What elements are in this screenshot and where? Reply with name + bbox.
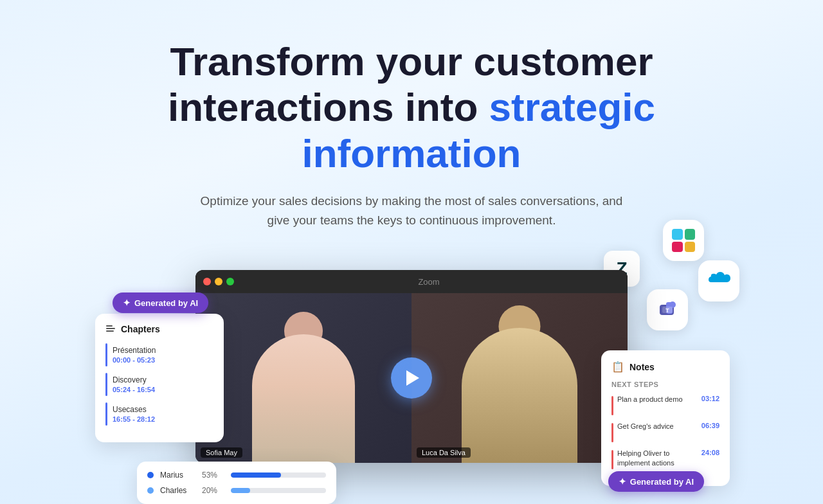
title-line1: Transform your customer: [170, 39, 653, 84]
progress-row-2: Charles 20%: [147, 486, 326, 495]
play-triangle-icon: [406, 370, 419, 386]
note-item-1: Plan a product demo 03:12: [611, 395, 719, 415]
svg-rect-6: [106, 328, 115, 329]
progress-name-1: Marius: [160, 471, 195, 480]
note-time-3: 24:08: [701, 449, 719, 456]
chapter-name-3: Usecases: [113, 405, 155, 414]
note-bar-1: [611, 396, 613, 415]
progress-bar-container-2: [231, 488, 326, 493]
chapter-time-1: 00:00 - 05:23: [113, 356, 156, 364]
progress-pct-2: 20%: [202, 486, 224, 495]
chapters-header: Chapters: [105, 324, 213, 334]
salesforce-icon: [706, 271, 732, 291]
notes-title: Notes: [629, 362, 655, 372]
titlebar-dot-green: [226, 278, 234, 285]
video-name-left: Sofia May: [201, 447, 242, 458]
chapter-time-3: 16:55 - 28:12: [113, 415, 155, 423]
titlebar-dot-red: [203, 278, 211, 285]
progress-pct-1: 53%: [202, 471, 224, 480]
note-content-3: Helping Oliver to implement actions 24:0…: [617, 449, 719, 469]
salesforce-icon-badge: [698, 260, 739, 302]
chapters-panel: Chapters Présentation 00:00 - 05:23 Disc…: [95, 314, 224, 442]
notes-header: 📋 Notes: [611, 361, 719, 373]
zoom-titlebar: Zoom: [195, 270, 628, 293]
zoom-title: Zoom: [238, 277, 620, 287]
chapter-bar-2: [105, 373, 107, 396]
titlebar-dot-yellow: [215, 278, 222, 285]
progress-name-2: Charles: [160, 486, 195, 495]
notes-panel: 📋 Notes Next steps Plan a product demo 0…: [601, 350, 730, 486]
play-button[interactable]: [391, 357, 432, 399]
hero-section: Transform your customer interactions int…: [161, 39, 662, 231]
chapter-time-2: 05:24 - 16:54: [113, 386, 155, 393]
svg-rect-5: [106, 325, 113, 327]
slack-icon: [672, 229, 695, 252]
slack-icon-badge: [663, 220, 704, 261]
chapter-item-2: Discovery 05:24 - 16:54: [105, 373, 213, 396]
chapter-item-1: Présentation 00:00 - 05:23: [105, 343, 213, 366]
progress-dot-1: [147, 472, 154, 478]
note-item-2: Get Greg's advice 06:39: [611, 422, 719, 442]
note-time-2: 06:39: [701, 422, 719, 429]
video-left: Sofia May: [195, 293, 412, 463]
chapters-icon: [105, 324, 116, 334]
svg-point-1: [669, 302, 676, 308]
ai-badge-bottom-label: Generated by AI: [630, 477, 694, 487]
teams-icon-badge: T: [647, 289, 688, 330]
chapter-name-1: Présentation: [113, 346, 156, 355]
hero-subtitle: Optimize your sales decisions by making …: [193, 192, 630, 231]
note-time-1: 03:12: [701, 395, 719, 402]
svg-rect-2: [666, 302, 673, 314]
note-text-2: Get Greg's advice: [617, 422, 674, 431]
chapter-bar-3: [105, 402, 107, 426]
chapters-title: Chapters: [121, 324, 160, 334]
next-steps-label: Next steps: [611, 381, 719, 388]
svg-rect-0: [660, 305, 674, 315]
note-bar-3: [611, 450, 613, 469]
chapter-info-3: Usecases 16:55 - 28:12: [113, 405, 155, 423]
video-right: Luca Da Silva: [412, 293, 628, 463]
note-content-2: Get Greg's advice 06:39: [617, 422, 719, 431]
chapter-info-1: Présentation 00:00 - 05:23: [113, 346, 156, 364]
zoom-window: Zoom Sofia May Luca Da Silva: [195, 270, 628, 463]
svg-rect-7: [106, 330, 114, 332]
page-wrapper: Transform your customer interactions int…: [0, 0, 823, 504]
chapter-bar-1: [105, 343, 107, 366]
chapter-item-3: Usecases 16:55 - 28:12: [105, 402, 213, 426]
sparkle-icon-top: ✦: [123, 298, 131, 308]
progress-panel: Marius 53% Charles 20%: [137, 462, 336, 504]
progress-bar-container-1: [231, 473, 326, 478]
svg-rect-3: [662, 307, 673, 313]
ai-badge-top-label: Generated by AI: [134, 298, 198, 308]
zoom-content: Sofia May Luca Da Silva: [195, 293, 628, 463]
svg-text:T: T: [665, 307, 669, 314]
ai-badge-top: ✦ Generated by AI: [113, 292, 208, 313]
hero-title: Transform your customer interactions int…: [161, 39, 662, 176]
progress-dot-2: [147, 487, 154, 494]
video-name-right: Luca Da Silva: [417, 447, 471, 458]
notes-icon: 📋: [611, 361, 624, 373]
sparkle-icon-bottom: ✦: [619, 476, 626, 487]
note-text-1: Plan a product demo: [617, 395, 683, 404]
ai-badge-bottom: ✦ Generated by AI: [608, 471, 704, 492]
note-content-1: Plan a product demo 03:12: [617, 395, 719, 404]
progress-bar-fill-1: [231, 473, 281, 478]
chapter-info-2: Discovery 05:24 - 16:54: [113, 375, 155, 393]
note-bar-2: [611, 423, 613, 442]
title-line2: interactions into: [168, 85, 478, 129]
chapter-name-2: Discovery: [113, 375, 155, 384]
note-item-3: Helping Oliver to implement actions 24:0…: [611, 449, 719, 469]
note-text-3: Helping Oliver to implement actions: [617, 449, 699, 469]
teams-icon: T: [655, 298, 680, 321]
progress-bar-fill-2: [231, 488, 250, 493]
progress-row-1: Marius 53%: [147, 471, 326, 480]
